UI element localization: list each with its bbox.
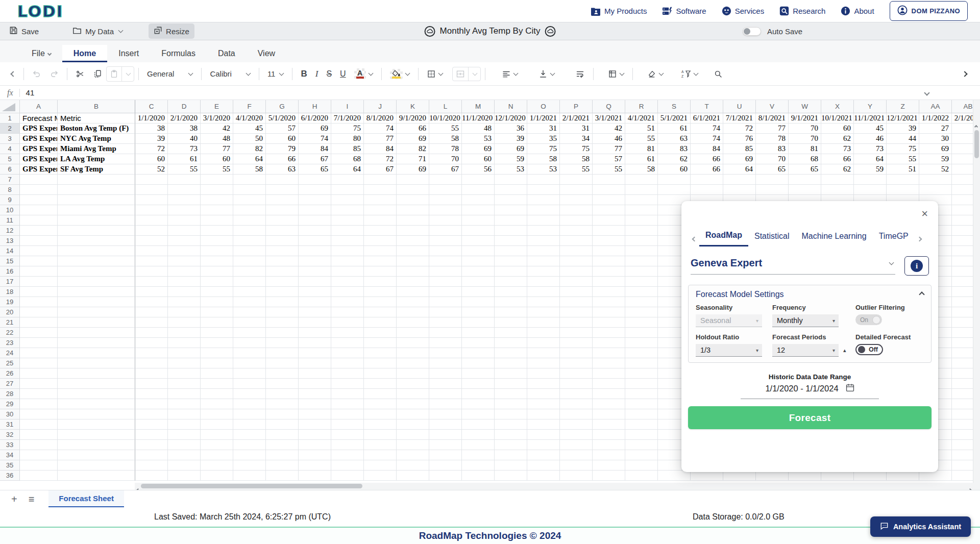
cell-L31[interactable] bbox=[429, 419, 462, 430]
cell-AB14[interactable] bbox=[952, 246, 973, 256]
cell-I36[interactable] bbox=[331, 471, 364, 481]
cell-G19[interactable] bbox=[266, 297, 299, 307]
cell-C32[interactable] bbox=[135, 430, 168, 440]
cell-K12[interactable] bbox=[397, 226, 429, 236]
cell-M2[interactable]: 48 bbox=[462, 123, 495, 134]
cell-Z2[interactable]: 39 bbox=[887, 123, 919, 134]
cell-H20[interactable] bbox=[299, 307, 331, 317]
cell-G23[interactable] bbox=[266, 338, 299, 348]
cell-D25[interactable] bbox=[168, 358, 201, 368]
tab-roadmap[interactable]: RoadMap bbox=[699, 231, 748, 246]
cell-A7[interactable] bbox=[20, 175, 58, 185]
cell-E13[interactable] bbox=[201, 236, 233, 246]
cell-N35[interactable] bbox=[495, 460, 527, 471]
cell-Z8[interactable] bbox=[887, 185, 919, 195]
cell-Q5[interactable]: 57 bbox=[593, 154, 625, 164]
cell-X8[interactable] bbox=[821, 185, 854, 195]
cell-K14[interactable] bbox=[397, 246, 429, 256]
cell-D9[interactable] bbox=[168, 195, 201, 205]
cell-D32[interactable] bbox=[168, 430, 201, 440]
row-header-32[interactable]: 32 bbox=[0, 430, 20, 440]
cell-W36[interactable] bbox=[789, 471, 821, 481]
cell-C1[interactable]: 1/1/2020 bbox=[135, 113, 168, 123]
cell-H30[interactable] bbox=[299, 409, 331, 419]
cell-AB35[interactable] bbox=[952, 460, 973, 471]
cell-A21[interactable] bbox=[20, 317, 58, 328]
cell-T4[interactable]: 84 bbox=[691, 144, 723, 154]
row-header-29[interactable]: 29 bbox=[0, 399, 20, 409]
col-header-S[interactable]: S bbox=[658, 100, 691, 113]
cell-L33[interactable] bbox=[429, 440, 462, 450]
cell-J17[interactable] bbox=[364, 277, 397, 287]
cell-I5[interactable]: 68 bbox=[331, 154, 364, 164]
cell-Q6[interactable]: 55 bbox=[593, 164, 625, 175]
cell-C36[interactable] bbox=[135, 471, 168, 481]
row-header-8[interactable]: 8 bbox=[0, 185, 20, 195]
cell-V8[interactable] bbox=[756, 185, 789, 195]
cell-AB36[interactable] bbox=[952, 471, 973, 481]
cell-AA2[interactable]: 27 bbox=[919, 123, 952, 134]
clear-format-button[interactable] bbox=[644, 67, 667, 81]
cell-Q33[interactable] bbox=[593, 440, 625, 450]
cell-B7[interactable] bbox=[58, 175, 135, 185]
merge-options-button[interactable] bbox=[469, 70, 480, 78]
cell-C18[interactable] bbox=[135, 287, 168, 297]
col-header-U[interactable]: U bbox=[723, 100, 756, 113]
cell-H4[interactable]: 84 bbox=[299, 144, 331, 154]
cell-J11[interactable] bbox=[364, 215, 397, 226]
horizontal-scroll-thumb[interactable] bbox=[141, 484, 362, 488]
cell-L4[interactable]: 78 bbox=[429, 144, 462, 154]
cell-D33[interactable] bbox=[168, 440, 201, 450]
cell-O18[interactable] bbox=[527, 287, 560, 297]
nav-my-products[interactable]: My Products bbox=[591, 7, 647, 16]
cell-L11[interactable] bbox=[429, 215, 462, 226]
cell-M9[interactable] bbox=[462, 195, 495, 205]
cell-F7[interactable] bbox=[233, 175, 266, 185]
font-color-button[interactable]: A bbox=[351, 66, 376, 82]
cell-E10[interactable] bbox=[201, 205, 233, 215]
cell-G12[interactable] bbox=[266, 226, 299, 236]
cell-N22[interactable] bbox=[495, 328, 527, 338]
cell-O13[interactable] bbox=[527, 236, 560, 246]
cell-C9[interactable] bbox=[135, 195, 168, 205]
col-header-Y[interactable]: Y bbox=[854, 100, 887, 113]
cell-U8[interactable] bbox=[723, 185, 756, 195]
frequency-select[interactable]: Monthly ▾ bbox=[772, 314, 839, 327]
row-header-31[interactable]: 31 bbox=[0, 419, 20, 430]
cell-A25[interactable] bbox=[20, 358, 58, 368]
cell-AB18[interactable] bbox=[952, 287, 973, 297]
cell-L36[interactable] bbox=[429, 471, 462, 481]
cell-X1[interactable]: 10/1/2021 bbox=[821, 113, 854, 123]
cell-B26[interactable] bbox=[58, 368, 135, 379]
cell-M16[interactable] bbox=[462, 266, 495, 277]
cell-B14[interactable] bbox=[58, 246, 135, 256]
cell-R5[interactable]: 61 bbox=[625, 154, 658, 164]
col-header-F[interactable]: F bbox=[233, 100, 266, 113]
cell-N32[interactable] bbox=[495, 430, 527, 440]
cell-A22[interactable] bbox=[20, 328, 58, 338]
cell-K23[interactable] bbox=[397, 338, 429, 348]
cell-M20[interactable] bbox=[462, 307, 495, 317]
cell-D7[interactable] bbox=[168, 175, 201, 185]
cell-F9[interactable] bbox=[233, 195, 266, 205]
cell-D34[interactable] bbox=[168, 450, 201, 460]
cell-AB28[interactable] bbox=[952, 389, 973, 399]
row-header-22[interactable]: 22 bbox=[0, 328, 20, 338]
cell-V7[interactable] bbox=[756, 175, 789, 185]
row-header-12[interactable]: 12 bbox=[0, 226, 20, 236]
cell-N5[interactable]: 59 bbox=[495, 154, 527, 164]
seasonality-select[interactable]: Seasonal ▾ bbox=[696, 314, 762, 327]
cell-C14[interactable] bbox=[135, 246, 168, 256]
cell-M30[interactable] bbox=[462, 409, 495, 419]
cell-F10[interactable] bbox=[233, 205, 266, 215]
cell-X7[interactable] bbox=[821, 175, 854, 185]
cell-AB32[interactable] bbox=[952, 430, 973, 440]
cell-B15[interactable] bbox=[58, 256, 135, 266]
cell-D26[interactable] bbox=[168, 368, 201, 379]
cell-M23[interactable] bbox=[462, 338, 495, 348]
cell-F25[interactable] bbox=[233, 358, 266, 368]
col-header-I[interactable]: I bbox=[331, 100, 364, 113]
cell-D18[interactable] bbox=[168, 287, 201, 297]
cell-G1[interactable]: 5/1/2020 bbox=[266, 113, 299, 123]
cell-M10[interactable] bbox=[462, 205, 495, 215]
